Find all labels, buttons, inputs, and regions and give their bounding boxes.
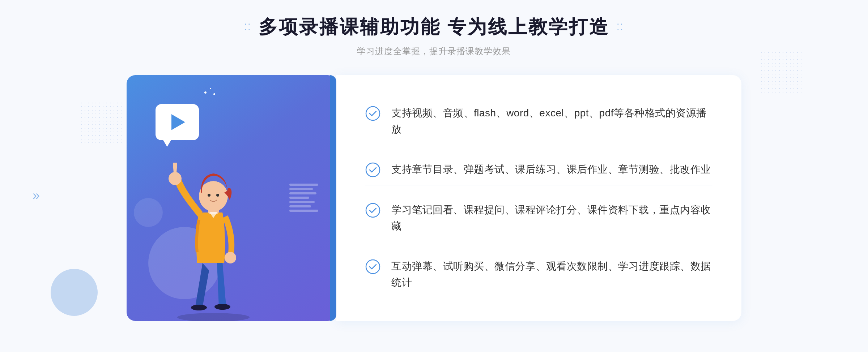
header-section: ⁚⁚ 多项录播课辅助功能 专为线上教学打造 ⁚⁚ 学习进度全掌握，提升录播课教学… xyxy=(244,14,624,57)
page-container: » ⁚⁚ 多项录播课辅助功能 专为线上教学打造 ⁚⁚ 学习进度全掌握，提升录播课… xyxy=(0,0,868,352)
title-dots-left: ⁚⁚ xyxy=(244,22,251,32)
play-icon xyxy=(171,114,185,130)
page-subtitle: 学习进度全掌握，提升录播课教学效果 xyxy=(244,46,624,57)
svg-point-2 xyxy=(214,304,230,310)
feature-text-2: 支持章节目录、弹题考试、课后练习、课后作业、章节测验、批改作业 xyxy=(391,162,711,178)
check-icon-4 xyxy=(365,259,380,274)
feature-item-4: 互动弹幕、试听购买、微信分享、观看次数限制、学习进度跟踪、数据统计 xyxy=(365,251,712,298)
title-dots-right: ⁚⁚ xyxy=(617,22,624,32)
illustration-card xyxy=(127,75,336,321)
feature-item-3: 学习笔记回看、课程提问、课程评论打分、课件资料下载，重点内容收藏 xyxy=(365,195,712,242)
check-icon-2 xyxy=(365,162,380,177)
svg-point-6 xyxy=(199,181,228,211)
svg-point-4 xyxy=(225,252,236,263)
chevron-left-icon: » xyxy=(33,188,40,203)
person-illustration xyxy=(156,133,271,321)
svg-point-1 xyxy=(191,305,207,310)
svg-point-9 xyxy=(366,107,380,120)
feature-item-2: 支持章节目录、弹题考试、课后练习、课后作业、章节测验、批改作业 xyxy=(365,154,712,185)
header-title-row: ⁚⁚ 多项录播课辅助功能 专为线上教学打造 ⁚⁚ xyxy=(244,14,624,40)
stripes-decoration xyxy=(289,184,318,227)
dots-decoration-left xyxy=(80,101,123,145)
page-title: 多项录播课辅助功能 专为线上教学打造 xyxy=(259,14,609,40)
svg-point-10 xyxy=(366,163,380,177)
svg-point-0 xyxy=(177,313,250,321)
accent-bar xyxy=(330,75,336,321)
content-area: 支持视频、音频、flash、word、excel、ppt、pdf等各种格式的资源… xyxy=(127,75,741,321)
feature-text-1: 支持视频、音频、flash、word、excel、ppt、pdf等各种格式的资源… xyxy=(391,105,712,138)
svg-point-8 xyxy=(216,194,219,197)
feature-item-1: 支持视频、音频、flash、word、excel、ppt、pdf等各种格式的资源… xyxy=(365,98,712,145)
feature-text-3: 学习笔记回看、课程提问、课程评论打分、课件资料下载，重点内容收藏 xyxy=(391,202,712,235)
svg-point-7 xyxy=(208,194,210,197)
feature-text-4: 互动弹幕、试听购买、微信分享、观看次数限制、学习进度跟踪、数据统计 xyxy=(391,258,712,291)
svg-point-3 xyxy=(169,172,182,185)
check-icon-3 xyxy=(365,203,380,218)
dots-decoration-right xyxy=(760,51,803,94)
svg-point-12 xyxy=(366,260,380,274)
check-icon-1 xyxy=(365,106,380,121)
blob-decoration xyxy=(51,269,98,316)
svg-point-11 xyxy=(366,203,380,217)
features-card: 支持视频、音频、flash、word、excel、ppt、pdf等各种格式的资源… xyxy=(336,75,741,321)
